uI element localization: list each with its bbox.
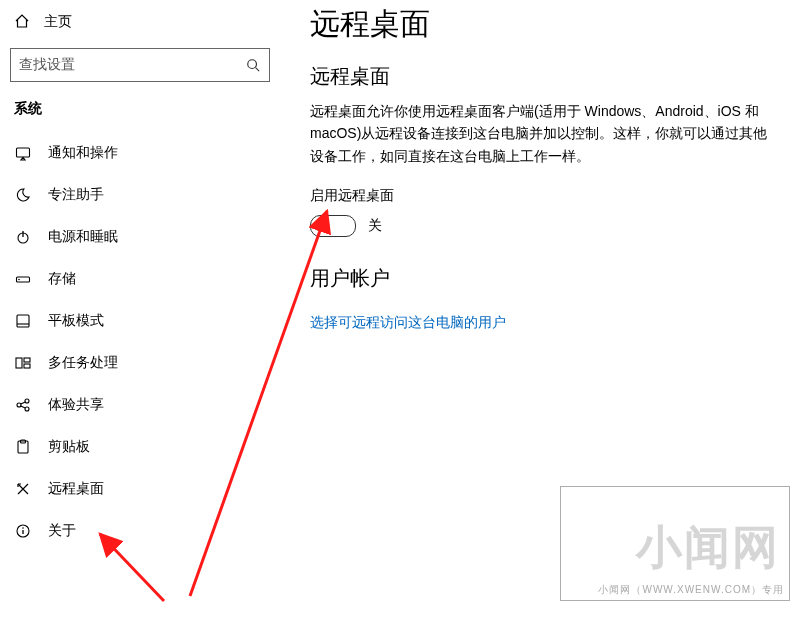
- svg-rect-10: [24, 358, 30, 362]
- nav-item-remote-desktop[interactable]: 远程桌面: [0, 468, 280, 510]
- nav-item-storage[interactable]: 存储: [0, 258, 280, 300]
- search-placeholder: 查找设置: [11, 56, 237, 74]
- nav-item-tablet-mode[interactable]: 平板模式: [0, 300, 280, 342]
- user-accounts-heading: 用户帐户: [310, 265, 780, 292]
- search-icon: [237, 58, 269, 72]
- category-heading: 系统: [0, 92, 280, 132]
- svg-point-0: [248, 60, 257, 69]
- svg-point-12: [17, 403, 21, 407]
- storage-icon: [14, 270, 32, 288]
- multitask-icon: [14, 354, 32, 372]
- info-icon: [14, 522, 32, 540]
- svg-point-14: [25, 407, 29, 411]
- svg-rect-9: [16, 358, 22, 368]
- watermark-small: 小闻网（WWW.XWENW.COM）专用: [598, 583, 784, 597]
- nav-item-focus-assist[interactable]: 专注助手: [0, 174, 280, 216]
- nav-item-multitasking[interactable]: 多任务处理: [0, 342, 280, 384]
- svg-rect-11: [24, 364, 30, 368]
- tablet-icon: [14, 312, 32, 330]
- nav-label: 平板模式: [48, 312, 104, 330]
- enable-remote-label: 启用远程桌面: [310, 187, 780, 205]
- toggle-state-text: 关: [368, 217, 382, 235]
- svg-point-21: [22, 527, 24, 529]
- nav-label: 多任务处理: [48, 354, 118, 372]
- sidebar: 主页 查找设置 系统 通知和操作 专注助手: [0, 0, 280, 621]
- nav-label: 关于: [48, 522, 76, 540]
- nav-item-notifications[interactable]: 通知和操作: [0, 132, 280, 174]
- svg-point-6: [18, 279, 20, 281]
- power-icon: [14, 228, 32, 246]
- svg-line-15: [21, 402, 26, 404]
- nav-label: 体验共享: [48, 396, 104, 414]
- nav-label: 剪贴板: [48, 438, 90, 456]
- share-icon: [14, 396, 32, 414]
- moon-icon: [14, 186, 32, 204]
- remote-desktop-heading: 远程桌面: [310, 63, 780, 90]
- nav-list: 通知和操作 专注助手 电源和睡眠 存储: [0, 132, 280, 621]
- nav-label: 远程桌面: [48, 480, 104, 498]
- remote-desktop-description: 远程桌面允许你使用远程桌面客户端(适用于 Windows、Android、iOS…: [310, 100, 770, 167]
- svg-line-16: [21, 406, 26, 408]
- svg-point-13: [25, 399, 29, 403]
- nav-item-shared-experiences[interactable]: 体验共享: [0, 384, 280, 426]
- nav-label: 通知和操作: [48, 144, 118, 162]
- enable-remote-toggle[interactable]: [310, 215, 356, 237]
- svg-line-1: [256, 68, 260, 72]
- nav-label: 电源和睡眠: [48, 228, 118, 246]
- nav-label: 专注助手: [48, 186, 104, 204]
- home-icon: [14, 13, 30, 32]
- home-nav[interactable]: 主页: [0, 0, 280, 44]
- svg-rect-2: [17, 148, 30, 157]
- nav-item-power-sleep[interactable]: 电源和睡眠: [0, 216, 280, 258]
- remote-desktop-icon: [14, 480, 32, 498]
- toggle-knob: [314, 219, 326, 231]
- clipboard-icon: [14, 438, 32, 456]
- watermark-big: 小闻网: [636, 517, 780, 579]
- home-label: 主页: [44, 13, 72, 31]
- svg-rect-7: [17, 315, 29, 327]
- search-input[interactable]: 查找设置: [10, 48, 270, 82]
- page-title: 远程桌面: [310, 4, 780, 45]
- select-remote-users-link[interactable]: 选择可远程访问这台电脑的用户: [310, 314, 506, 332]
- nav-label: 存储: [48, 270, 76, 288]
- notification-icon: [14, 144, 32, 162]
- nav-item-about[interactable]: 关于: [0, 510, 280, 552]
- nav-item-clipboard[interactable]: 剪贴板: [0, 426, 280, 468]
